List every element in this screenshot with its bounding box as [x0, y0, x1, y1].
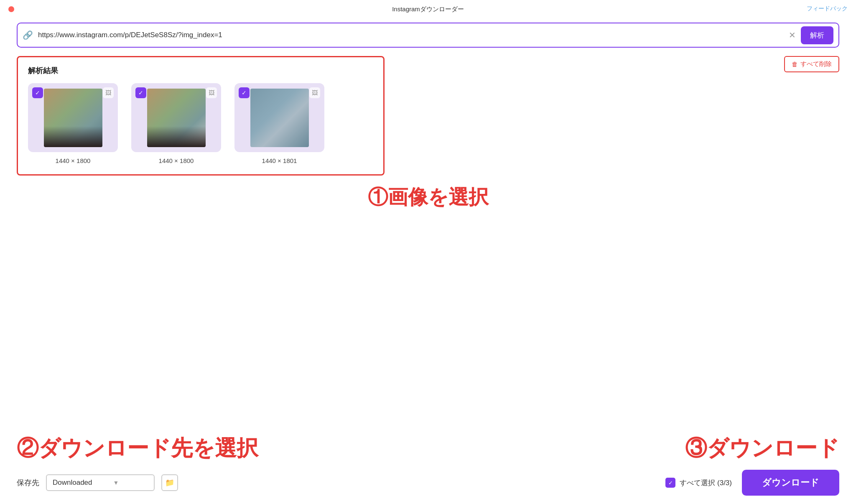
select-all-label: すべて選択 (3/3): [680, 478, 732, 488]
image-checkbox-2[interactable]: ✓: [135, 87, 146, 98]
image-item-2: ✓ 🖼 1440 × 1800: [131, 83, 221, 164]
download-button[interactable]: ダウンロード: [742, 470, 839, 496]
folder-value: Downloaded: [53, 479, 92, 487]
image-type-icon-2: 🖼: [206, 87, 217, 98]
image-type-icon-3: 🖼: [309, 87, 320, 98]
image-card-1[interactable]: ✓ 🖼: [28, 83, 118, 152]
image-checkbox-3[interactable]: ✓: [239, 87, 250, 98]
save-dropdown[interactable]: Downloaded ▼: [46, 474, 155, 491]
select-all-row: ✓ すべて選択 (3/3): [665, 478, 732, 488]
image-thumbnail-3: [250, 89, 309, 147]
image-thumbnail-1: [44, 89, 102, 147]
dropdown-chevron-icon: ▼: [113, 479, 119, 486]
step-labels-row: ②ダウンロード先を選択 ③ダウンロード: [17, 434, 839, 463]
image-item-1: ✓ 🖼 1440 × 1800: [28, 83, 118, 164]
select-all-checkbox[interactable]: ✓: [665, 478, 675, 488]
delete-all-label: すべて削除: [800, 60, 832, 68]
url-bar: 🔗 ✕ 解析: [17, 23, 839, 48]
image-checkbox-1[interactable]: ✓: [32, 87, 43, 98]
download-controls: ✓ すべて選択 (3/3) ダウンロード: [665, 470, 839, 496]
url-bar-section: 🔗 ✕ 解析: [0, 18, 856, 56]
titlebar: Instagramダウンローダー フィードバック: [0, 0, 856, 18]
bottom-section: ②ダウンロード先を選択 ③ダウンロード 保存先 Downloaded ▼ 📁 ✓…: [0, 425, 856, 504]
results-images: ✓ 🖼 1440 × 1800 ✓ 🖼 1440 × 1800 ✓: [28, 83, 373, 164]
save-label: 保存先: [17, 478, 39, 488]
image-type-icon-1: 🖼: [103, 87, 114, 98]
image-size-3: 1440 × 1801: [262, 157, 297, 164]
clear-url-button[interactable]: ✕: [789, 30, 796, 40]
image-item-3: ✓ 🖼 1440 × 1801: [234, 83, 324, 164]
trash-icon: 🗑: [792, 61, 798, 68]
delete-all-button[interactable]: 🗑 すべて削除: [784, 56, 839, 72]
url-input[interactable]: [38, 31, 784, 39]
browse-folder-button[interactable]: 📁: [161, 474, 178, 491]
window-close-dot[interactable]: [8, 6, 14, 12]
image-thumbnail-2: [147, 89, 206, 147]
image-card-2[interactable]: ✓ 🖼: [131, 83, 221, 152]
save-location-row: 保存先 Downloaded ▼ 📁: [17, 474, 178, 491]
step2-label: ②ダウンロード先を選択: [17, 434, 258, 463]
image-size-1: 1440 × 1800: [56, 157, 91, 164]
results-box: 解析結果 ✓ 🖼 1440 × 1800 ✓ 🖼 1440 × 1800: [17, 56, 385, 176]
link-icon: 🔗: [23, 30, 33, 40]
folder-icon: 📁: [165, 478, 174, 487]
image-size-2: 1440 × 1800: [159, 157, 194, 164]
step1-label: ①画像を選択: [368, 186, 489, 208]
image-card-3[interactable]: ✓ 🖼: [234, 83, 324, 152]
results-label: 解析結果: [28, 66, 373, 76]
step3-label: ③ダウンロード: [685, 434, 839, 463]
analyze-button[interactable]: 解析: [801, 26, 833, 44]
app-title: Instagramダウンローダー: [392, 5, 464, 13]
bottom-controls: 保存先 Downloaded ▼ 📁 ✓ すべて選択 (3/3) ダウンロード: [17, 470, 839, 496]
feedback-link[interactable]: フィードバック: [807, 5, 848, 13]
